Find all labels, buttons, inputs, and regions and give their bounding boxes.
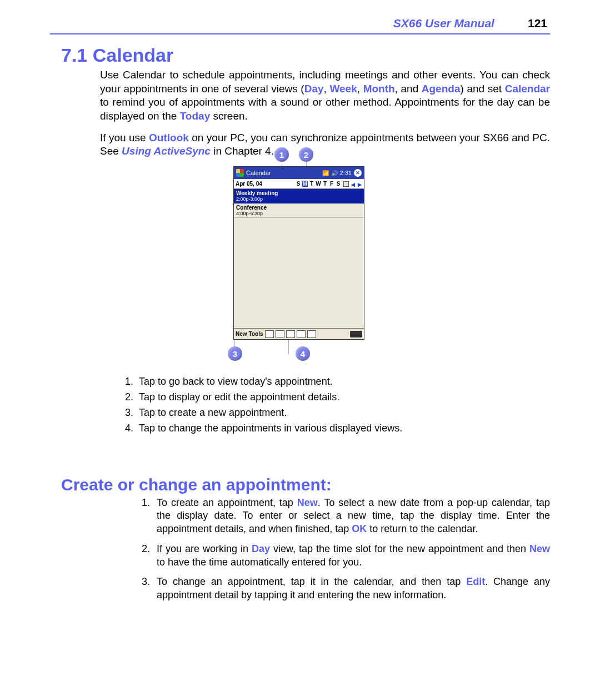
- text: To change an appointment, tap it in the …: [157, 576, 466, 587]
- manual-title: SX66 User Manual: [393, 17, 494, 30]
- view-year-icon[interactable]: [307, 330, 316, 338]
- dow-t[interactable]: T: [309, 181, 314, 187]
- step-text: To create an appointment, tap New. To se…: [157, 497, 550, 536]
- callout-num: 3.: [121, 405, 133, 421]
- text: , and: [395, 83, 422, 95]
- intro-para-1: Use Calendar to schedule appointments, i…: [100, 68, 550, 123]
- callout-list: 1.Tap to go back to view today's appoint…: [121, 374, 550, 436]
- speaker-icon: 🔊: [331, 170, 338, 176]
- kw-today: Today: [180, 110, 211, 122]
- step-num: 3.: [138, 575, 150, 602]
- kw-week: Week: [329, 83, 357, 95]
- screenshot-wrap: 1 2 Calendar 📶 🔊 2:31 ✕ Apr 05, 04: [228, 166, 372, 340]
- kw-new: New: [529, 543, 550, 554]
- step-num: 1.: [138, 497, 150, 536]
- kw-agenda: Agenda: [422, 83, 461, 95]
- prev-arrow-icon[interactable]: ◀: [351, 182, 356, 186]
- page-number: 121: [528, 17, 547, 30]
- view-month-icon[interactable]: [297, 330, 306, 338]
- dow-s[interactable]: S: [296, 181, 301, 187]
- kw-calendar: Calendar: [505, 83, 550, 95]
- new-button[interactable]: New: [236, 331, 247, 337]
- appt1-time: 2:00p-3:00p: [236, 196, 362, 202]
- view-agenda-icon[interactable]: [265, 330, 274, 338]
- text: ) and set: [460, 83, 504, 95]
- appointment[interactable]: Conference 4:00p-5:30p: [234, 203, 364, 218]
- date-bar[interactable]: Apr 05, 04 S M T W T F S ◀ ▶: [234, 179, 364, 189]
- appt2-time: 4:00p-5:30p: [236, 211, 362, 216]
- page-header: SX66 User Manual 121: [50, 17, 550, 30]
- callout-num: 2.: [121, 390, 133, 405]
- step-text: If you are working in Day view, tap the …: [157, 543, 550, 569]
- section-name: Calendar: [93, 44, 174, 66]
- kw-outlook: Outlook: [149, 132, 189, 143]
- dow-picker[interactable]: S M T W T F S: [296, 181, 341, 187]
- text: to return to the calendar.: [367, 523, 478, 534]
- callout-bubble-4: 4: [296, 346, 310, 361]
- callout-bubble-2: 2: [299, 147, 313, 162]
- view-day-icon[interactable]: [276, 330, 284, 338]
- dow-f[interactable]: F: [329, 181, 334, 187]
- manual-page: SX66 User Manual 121 7.1 Calendar Use Ca…: [0, 0, 600, 700]
- section-number: 7.1: [61, 44, 87, 66]
- callout-text: Tap to go back to view today's appointme…: [139, 374, 333, 390]
- bubbles-top: 1 2: [274, 147, 313, 162]
- device-titlebar: Calendar 📶 🔊 2:31 ✕: [234, 167, 364, 179]
- text: screen.: [210, 110, 248, 122]
- kw-activesync: Using ActiveSync: [122, 145, 211, 157]
- next-arrow-icon[interactable]: ▶: [358, 182, 362, 186]
- section-title: 7.1 Calendar: [61, 44, 550, 66]
- text: view, tap the time slot for the new appo…: [270, 543, 529, 554]
- text: to remind you of appointments with a sou…: [100, 96, 550, 122]
- text: To create an appointment, tap: [157, 497, 297, 508]
- start-icon[interactable]: [236, 169, 244, 177]
- callout-text: Tap to change the appointments in variou…: [139, 421, 402, 436]
- text: ,: [357, 83, 363, 95]
- ok-button[interactable]: ✕: [354, 169, 362, 177]
- callout-bubble-3: 3: [228, 346, 242, 361]
- dow-w[interactable]: W: [316, 181, 321, 187]
- kw-new: New: [297, 497, 318, 508]
- sub-list: 1. To create an appointment, tap New. To…: [138, 497, 550, 602]
- appt2-name: Conference: [236, 205, 362, 211]
- text: ,: [324, 83, 330, 95]
- keyboard-icon[interactable]: [350, 331, 362, 337]
- kw-ok: OK: [352, 523, 367, 534]
- signal-icon: 📶: [322, 170, 329, 176]
- text: to have the time automatically entered f…: [157, 557, 362, 568]
- device-screen: Calendar 📶 🔊 2:31 ✕ Apr 05, 04 S M T W T…: [233, 166, 364, 340]
- kw-edit: Edit: [466, 576, 485, 587]
- dow-t2[interactable]: T: [322, 181, 328, 187]
- date-label[interactable]: Apr 05, 04: [236, 181, 262, 187]
- appt1-name: Weekly meeting: [236, 190, 362, 196]
- callout-text: Tap to display or edit the appointment d…: [139, 390, 339, 405]
- view-week-icon[interactable]: [286, 330, 295, 338]
- text: in Chapter 4.: [211, 145, 274, 157]
- callout-bubble-1: 1: [274, 147, 289, 162]
- step-num: 2.: [138, 543, 150, 569]
- app-title: Calendar: [246, 170, 271, 176]
- sub-heading: Create or change an appointment:: [61, 475, 550, 494]
- kw-day: Day: [304, 83, 324, 95]
- device-toolbar: New Tools: [234, 328, 364, 339]
- callout-num: 4.: [121, 421, 133, 436]
- bubbles-bottom: 3 4: [228, 346, 310, 361]
- tools-button[interactable]: Tools: [249, 331, 263, 337]
- dow-m[interactable]: M: [302, 181, 308, 187]
- kw-month: Month: [363, 83, 395, 95]
- step-text: To change an appointment, tap it in the …: [157, 575, 550, 602]
- dow-s2[interactable]: S: [336, 181, 341, 187]
- appointment-selected[interactable]: Weekly meeting 2:00p-3:00p: [234, 189, 364, 203]
- callout-text: Tap to create a new appointment.: [139, 405, 287, 421]
- intro-para-2: If you use Outlook on your PC, you can s…: [100, 131, 550, 158]
- text: If you use: [100, 132, 149, 143]
- clock: 2:31: [340, 170, 352, 176]
- kw-day: Day: [252, 543, 270, 554]
- text: If you are working in: [157, 543, 252, 554]
- header-rule: [50, 33, 550, 34]
- callout-num: 1.: [121, 374, 133, 390]
- goto-today-icon[interactable]: [343, 181, 349, 187]
